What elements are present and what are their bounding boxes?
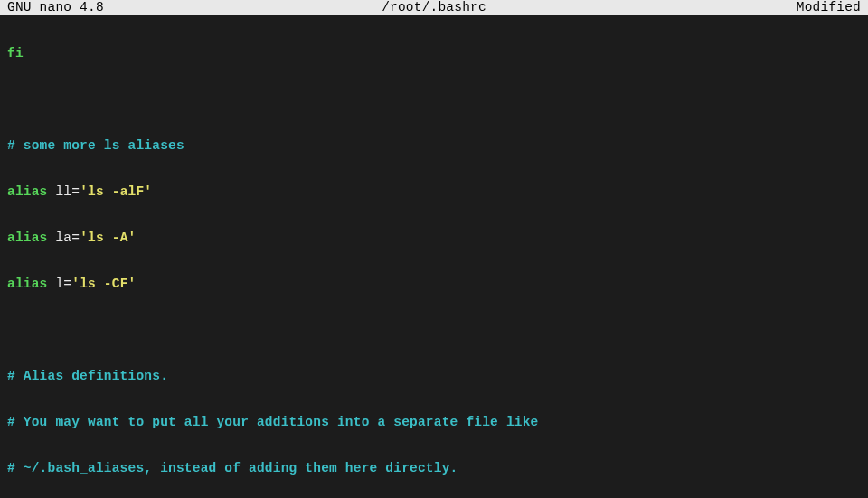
editor-line[interactable]: # some more ls aliases: [7, 138, 861, 154]
comment: # You may want to put all your additions…: [7, 415, 539, 429]
titlebar-status: Modified: [576, 0, 861, 15]
comment: # ~/.bash_aliases, instead of adding the…: [7, 461, 458, 475]
editor-line[interactable]: [7, 323, 861, 338]
editor-line[interactable]: # Alias definitions.: [7, 369, 861, 384]
text: ll=: [48, 184, 80, 199]
keyword-alias: alias: [7, 277, 48, 291]
text: l=: [48, 277, 72, 291]
string: 'ls -CF': [71, 277, 136, 291]
editor-line[interactable]: [7, 92, 861, 108]
keyword-alias: alias: [7, 184, 48, 199]
comment: # some more ls aliases: [7, 138, 184, 153]
editor-area[interactable]: fi # some more ls aliases alias ll='ls -…: [0, 15, 868, 498]
editor-line[interactable]: alias l='ls -CF': [7, 277, 861, 292]
text: la=: [48, 230, 80, 245]
editor-line[interactable]: alias la='ls -A': [7, 230, 861, 246]
keyword-alias: alias: [7, 230, 48, 245]
editor-line[interactable]: # ~/.bash_aliases, instead of adding the…: [7, 461, 861, 476]
string: 'ls -A': [80, 230, 136, 245]
titlebar: GNU nano 4.8 /root/.bashrc Modified: [0, 0, 868, 15]
titlebar-file: /root/.bashrc: [292, 0, 577, 15]
editor-line[interactable]: fi: [7, 46, 861, 61]
comment: # Alias definitions.: [7, 369, 168, 383]
string: 'ls -alF': [80, 184, 152, 199]
titlebar-app: GNU nano 4.8: [7, 0, 292, 15]
editor-line[interactable]: # You may want to put all your additions…: [7, 415, 861, 430]
keyword-fi: fi: [7, 46, 24, 61]
editor-line[interactable]: alias ll='ls -alF': [7, 184, 861, 200]
